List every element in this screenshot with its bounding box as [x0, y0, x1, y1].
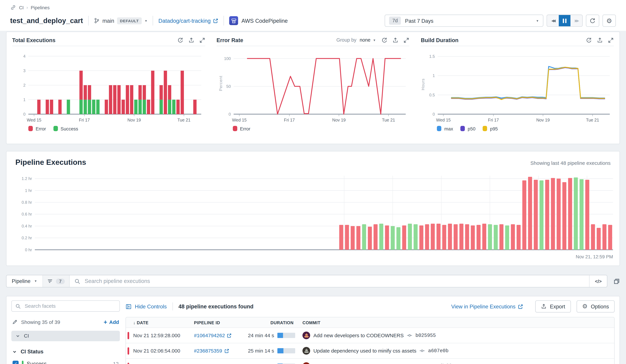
- legend-item[interactable]: max: [437, 126, 453, 131]
- pipeline-id-link[interactable]: #1064794262: [194, 332, 232, 338]
- divider: [153, 16, 153, 26]
- legend-item[interactable]: Success: [53, 126, 78, 131]
- code-view-button[interactable]: </>: [589, 275, 607, 287]
- duration-value: 22 min 9 s: [243, 363, 277, 364]
- column-commit[interactable]: COMMIT: [299, 320, 614, 325]
- repo-link[interactable]: Datadog/cart-tracking: [158, 18, 218, 24]
- execution-date: Nov 21 02:06:54.000: [133, 348, 194, 354]
- svg-text:100: 100: [224, 56, 231, 61]
- time-pause-button[interactable]: [559, 15, 571, 26]
- chart-legend: Error: [216, 123, 409, 132]
- widget-actions: [177, 37, 205, 43]
- branch-selector[interactable]: main DEFAULT ▼: [94, 17, 148, 24]
- error-rate-chart[interactable]: 050100Wed 15Fri 17Nov 19Tue 21: [216, 48, 409, 123]
- chart-legend: maxp50p95: [421, 123, 614, 132]
- duration-gauge: [277, 348, 295, 353]
- view-in-pipeline-executions-link[interactable]: View in Pipeline Executions: [451, 303, 523, 309]
- widget-refresh-icon[interactable]: [382, 37, 388, 43]
- svg-text:0: 0: [228, 112, 231, 116]
- svg-text:2: 2: [23, 83, 25, 87]
- time-range-picker[interactable]: 7d Past 7 Days ▼: [385, 14, 544, 27]
- external-link-icon: [518, 304, 523, 309]
- facet-search-input[interactable]: [24, 303, 116, 309]
- svg-text:1: 1: [23, 97, 25, 102]
- facet-group-ci[interactable]: CI: [11, 331, 120, 341]
- column-date[interactable]: ↓ DATE: [133, 320, 194, 325]
- sort-desc-icon: ↓: [133, 320, 135, 325]
- widget-export-icon[interactable]: [392, 37, 399, 43]
- avatar: [302, 347, 310, 355]
- column-duration[interactable]: DURATION: [243, 320, 299, 325]
- breadcrumb-section[interactable]: CI: [19, 5, 24, 10]
- plus-icon: +: [104, 319, 107, 326]
- pipeline-executions-chart[interactable]: 0 hr0.2 hr0.4 hr0.6 hr0.8 hr1 hr1.2 hr: [11, 171, 615, 254]
- filter-count-badge: 7: [56, 278, 65, 284]
- checkbox-checked[interactable]: ✓: [12, 361, 19, 364]
- table-row[interactable]: Nov 21 02:06:54.000 #236875359 25 min 14…: [126, 343, 614, 358]
- pipeline-id-link[interactable]: #236875359: [194, 348, 229, 354]
- pipeline-id-link[interactable]: #877261317: [194, 363, 229, 364]
- svg-text:0: 0: [23, 112, 25, 116]
- add-facet-button[interactable]: + Add: [104, 319, 119, 326]
- legend-item[interactable]: p50: [460, 126, 475, 131]
- status-error-pill: [128, 332, 129, 339]
- breadcrumb-separator: ›: [27, 5, 28, 10]
- table-row[interactable]: Nov 21 12:59:28.000 #1064794262 24 min 4…: [126, 328, 614, 343]
- facet-item-success[interactable]: ✓ Success 12: [11, 361, 120, 364]
- legend-item[interactable]: Error: [233, 126, 250, 131]
- duration-value: 24 min 44 s: [243, 332, 277, 338]
- duration-gauge: [277, 333, 295, 338]
- dashboard-canvas: Total Executions 01234Wed 15Fri 17Nov 19…: [0, 31, 626, 364]
- widget-refresh-icon[interactable]: [177, 37, 183, 43]
- commit-message: Update dependency used to minify css ass…: [313, 348, 416, 354]
- svg-text:Nov 19: Nov 19: [127, 118, 141, 122]
- hide-controls-button[interactable]: Hide Controls: [125, 303, 167, 309]
- facets-panel: Showing 35 of 39 + Add CI CI Status ✓ Su…: [11, 300, 120, 364]
- search-input[interactable]: [84, 278, 585, 285]
- export-button[interactable]: Export: [535, 300, 571, 312]
- summary-charts-card: Total Executions 01234Wed 15Fri 17Nov 19…: [6, 32, 620, 144]
- widget-expand-icon[interactable]: [403, 37, 409, 43]
- widget-error-rate: Error Rate Group by none ▼ Percent 05010…: [211, 32, 415, 144]
- widget-title: Build Duration: [421, 37, 459, 43]
- build-duration-chart[interactable]: 00.511.5Wed 15Fri 17Nov 19Tue 21: [421, 48, 614, 123]
- default-branch-badge: DEFAULT: [117, 17, 142, 24]
- duration-value: 25 min 14 s: [243, 348, 277, 354]
- filters-toggle[interactable]: 7: [43, 275, 70, 287]
- filter-icon: [47, 279, 52, 284]
- column-pipeline-id[interactable]: PIPELINE ID: [194, 320, 243, 325]
- chevron-down-icon: ▼: [536, 19, 539, 23]
- widget-export-icon[interactable]: [597, 37, 603, 43]
- group-by-select[interactable]: none ▼: [360, 37, 376, 43]
- svg-text:50: 50: [226, 84, 231, 89]
- facet-ci-status[interactable]: CI Status: [11, 349, 120, 355]
- facets-showing-label: Showing 35 of 39: [21, 319, 60, 325]
- widget-expand-icon[interactable]: [608, 37, 614, 43]
- total-executions-chart[interactable]: 01234Wed 15Fri 17Nov 19Tue 21: [12, 48, 205, 123]
- copy-icon[interactable]: [613, 278, 620, 284]
- breadcrumb-page[interactable]: Pipelines: [31, 5, 49, 10]
- chart-legend: ErrorSuccess: [12, 123, 205, 132]
- legend-item[interactable]: Error: [28, 126, 46, 131]
- divider: [172, 302, 173, 310]
- table-row[interactable]: Nov 21 01:03:08.000 #877261317 22 min 9 …: [126, 358, 614, 364]
- legend-item[interactable]: p95: [483, 126, 498, 131]
- options-button[interactable]: ⚙ Options: [577, 300, 615, 312]
- legend-swatch: [53, 126, 58, 131]
- refresh-button[interactable]: [586, 14, 599, 27]
- widget-export-icon[interactable]: [188, 37, 194, 43]
- svg-text:1.5: 1.5: [429, 54, 435, 59]
- time-backward-button[interactable]: ◀◀: [547, 15, 559, 26]
- edit-pencil-icon[interactable]: [12, 319, 17, 325]
- search-icon: [15, 303, 21, 309]
- settings-gear-button[interactable]: ⚙: [602, 14, 616, 27]
- level-select[interactable]: Pipeline ▼: [6, 275, 43, 287]
- widget-expand-icon[interactable]: [199, 37, 205, 43]
- time-forward-button[interactable]: ▶▶: [571, 15, 582, 26]
- provider-name: AWS CodePipeline: [241, 18, 288, 24]
- status-error-pill: [128, 347, 129, 354]
- external-link-icon: [227, 333, 232, 338]
- widget-refresh-icon[interactable]: [586, 37, 592, 43]
- legend-swatch: [437, 126, 441, 131]
- widget-total-executions: Total Executions 01234Wed 15Fri 17Nov 19…: [6, 32, 211, 144]
